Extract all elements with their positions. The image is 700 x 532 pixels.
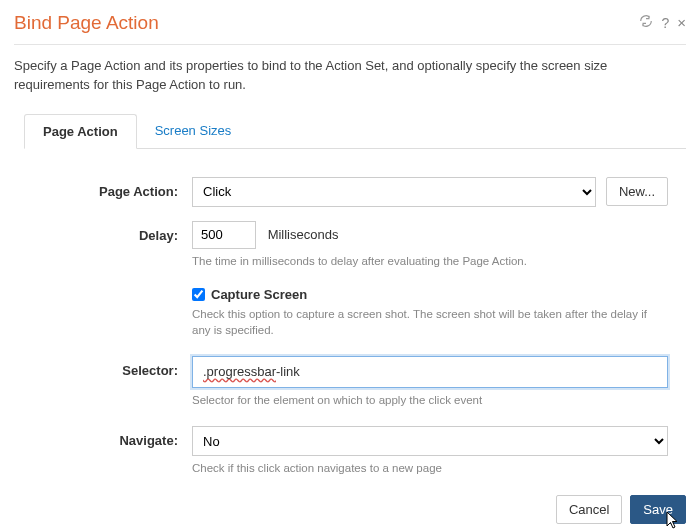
tab-bar: Page Action Screen Sizes	[24, 113, 686, 149]
selector-value-prefix: .progressbar	[203, 364, 276, 379]
save-button[interactable]: Save	[630, 495, 686, 524]
capture-screen-checkbox[interactable]	[192, 288, 205, 301]
dialog-footer: Cancel Save	[556, 495, 686, 524]
capture-screen-label: Capture Screen	[211, 287, 307, 302]
selector-label: Selector:	[22, 356, 192, 378]
dialog-description: Specify a Page Action and its properties…	[14, 57, 686, 95]
selector-help: Selector for the element on which to app…	[192, 392, 668, 408]
dialog-title: Bind Page Action	[14, 12, 159, 34]
close-icon[interactable]: ×	[677, 15, 686, 30]
page-action-label: Page Action:	[22, 177, 192, 199]
navigate-label: Navigate:	[22, 426, 192, 448]
selector-value-suffix: -link	[276, 364, 300, 379]
header-divider	[14, 44, 686, 45]
capture-screen-help: Check this option to capture a screen sh…	[192, 306, 668, 338]
page-action-select[interactable]: Click	[192, 177, 596, 207]
navigate-select[interactable]: No	[192, 426, 668, 456]
tab-screen-sizes[interactable]: Screen Sizes	[137, 114, 250, 149]
refresh-icon[interactable]	[639, 14, 653, 31]
new-page-action-button[interactable]: New...	[606, 177, 668, 206]
selector-input[interactable]: .progressbar-link	[192, 356, 668, 388]
delay-unit: Milliseconds	[268, 227, 339, 242]
cancel-button[interactable]: Cancel	[556, 495, 622, 524]
help-icon[interactable]: ?	[661, 15, 669, 31]
delay-input[interactable]	[192, 221, 256, 249]
capture-screen-checkbox-row[interactable]: Capture Screen	[192, 287, 668, 302]
tab-page-action[interactable]: Page Action	[24, 114, 137, 149]
delay-label: Delay:	[22, 221, 192, 243]
delay-help: The time in milliseconds to delay after …	[192, 253, 668, 269]
navigate-help: Check if this click action navigates to …	[192, 460, 668, 476]
